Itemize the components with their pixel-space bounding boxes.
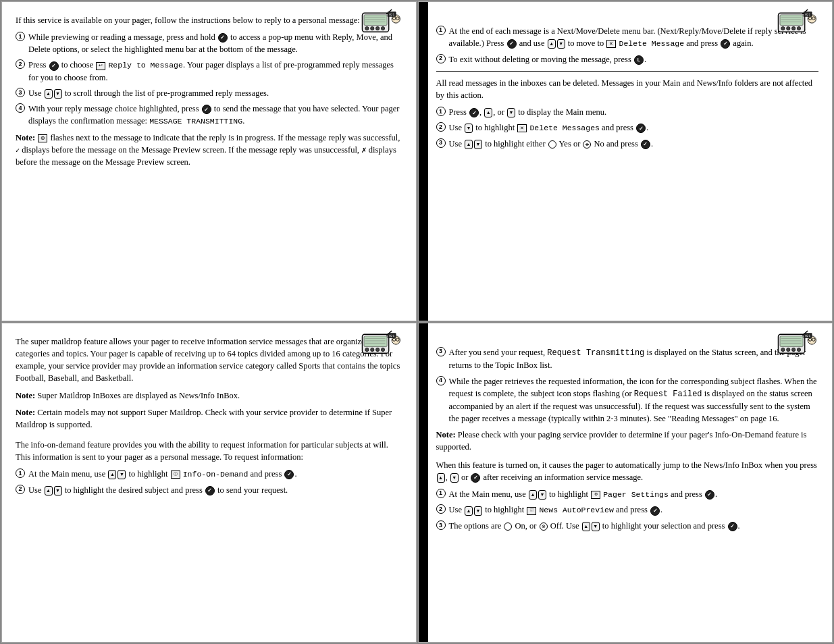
svg-text:021: 021: [805, 13, 810, 16]
tr2-item-3-text: Use ▲▼ to highlight either Yes or ⊗ No a…: [449, 138, 819, 150]
list-item: 2 Press ✓ to choose ↩ Reply to Message. …: [16, 59, 402, 84]
pager-settings-icon: ⚙: [591, 491, 600, 499]
check-button-icon: ✓: [636, 124, 646, 133]
scroll-up-icon: ▲: [45, 89, 53, 99]
list-num-2: 2: [16, 59, 25, 69]
scroll-up-icon: ▲: [45, 486, 53, 495]
list-item: 1 At the Main menu, use ▲▼ to highlight …: [436, 488, 819, 501]
note-label: Note:: [16, 133, 35, 142]
scroll-up-icon: ▲: [108, 470, 116, 479]
request-transmitting-mono: Request Transmitting: [547, 348, 644, 358]
tr2-item-2-text: Use ▼ to highlight ✕ Delete Messages and…: [449, 122, 819, 134]
panel-bottom-left: 021 The super maildrop feature allows yo…: [1, 323, 417, 643]
reply-mono-text: Reply to Message: [108, 61, 182, 70]
top-right-list-2: 1 Press ✓, ▲, or ▼ to display the Main m…: [436, 106, 819, 150]
reply-menu-icon: ↩: [96, 62, 105, 70]
svg-point-38: [370, 348, 373, 351]
transmitting-mono: MESSAGE TRANSMITTING: [149, 117, 242, 126]
list-num-1: 1: [16, 32, 25, 41]
list-item: 2 Use ▲▼ to highlight the desired subjec…: [16, 484, 402, 496]
pager-illustration-top-left: 021: [359, 7, 407, 47]
br-item-4-text: While the pager retrieves the requested …: [449, 375, 819, 425]
list-item: 1 Press ✓, ▲, or ▼ to display the Main m…: [436, 106, 819, 118]
list-item: 3 Use ▲▼ to scroll through the list of p…: [16, 87, 402, 99]
panel-bottom-right: 021 3 After you send your request, Reque…: [418, 323, 833, 643]
list-num-3: 3: [436, 347, 446, 356]
delete-message-mono: Delete Message: [619, 39, 684, 48]
list-num-2: 2: [16, 485, 25, 494]
pager-illustration-top-right: 021: [775, 7, 823, 47]
svg-point-22: [787, 26, 790, 30]
list-num-1: 1: [436, 489, 446, 498]
scroll-up-icon: ▲: [548, 39, 556, 49]
top-right-content: 1 At the end of each message is a Next/M…: [436, 14, 819, 150]
svg-point-23: [792, 26, 796, 30]
tr-divider-text: All read messages in the inboxes can be …: [436, 77, 819, 101]
l-button-icon: L: [634, 55, 644, 65]
svg-point-21: [781, 26, 785, 30]
off-circle-icon: ⊗: [540, 522, 548, 531]
check-button-icon: ✓: [705, 490, 714, 500]
br-auto-intro: When this feature is turned on, it cause…: [436, 459, 819, 483]
bl-intro2: The info-on-demand feature provides you …: [16, 439, 402, 463]
list-item: 3 Use ▲▼ to highlight either Yes or ⊗ No…: [436, 138, 819, 150]
br-sub-3-text: The options are On, or ⊗ Off. Use ▲▼ to …: [449, 520, 819, 532]
news-autopreview-mono: News AutoPreview: [539, 506, 613, 514]
bl-item-1-text: At the Main menu, use ▲▼ to highlight ⓘ …: [28, 468, 402, 481]
top-left-content: If this service is available on your pag…: [16, 14, 402, 168]
check-button-icon: ✓: [641, 140, 650, 149]
black-bar-bottom-right: [419, 323, 428, 642]
scroll-down-icon: ▼: [592, 522, 600, 531]
bl-item-2-text: Use ▲▼ to highlight the desired subject …: [28, 484, 402, 496]
svg-point-5: [365, 26, 368, 30]
svg-rect-33: [364, 336, 387, 347]
list-item: 3 After you send your request, Request T…: [436, 346, 819, 372]
list-item: 4 With your reply message choice highlig…: [16, 103, 402, 128]
bottom-left-list: 1 At the Main menu, use ▲▼ to highlight …: [16, 468, 402, 496]
bl-note1: Note: Super Maildrop InBoxes are display…: [16, 390, 402, 402]
svg-point-37: [365, 348, 368, 351]
svg-text:021: 021: [389, 13, 394, 16]
svg-point-39: [375, 348, 379, 351]
list-num-1: 1: [16, 468, 25, 478]
note-label-1: Note:: [16, 391, 35, 400]
bl-note2: Note: Certain models may not support Sup…: [16, 406, 402, 431]
scroll-up-icon: ▲: [529, 490, 537, 500]
item-2-text: Press ✓ to choose ↩ Reply to Message. Yo…: [28, 59, 402, 84]
check-button-icon: ✓: [728, 522, 737, 531]
signal-icon: ⊛: [38, 134, 47, 142]
divider: [436, 71, 819, 72]
br-note: Note: Please check with your paging serv…: [436, 429, 819, 453]
scroll-down-icon: ▼: [54, 486, 62, 495]
svg-point-53: [781, 348, 785, 351]
yes-circle-icon: [548, 140, 556, 149]
svg-point-24: [797, 26, 800, 30]
list-item: 1 While previewing or reading a message,…: [16, 31, 402, 55]
list-num-4: 4: [436, 376, 446, 385]
request-failed-mono: Request Failed: [634, 390, 702, 399]
scroll-icon: ▼: [507, 108, 515, 117]
top-left-list: 1 While previewing or reading a message,…: [16, 31, 402, 128]
bl-intro: The super maildrop feature allows your p…: [16, 336, 402, 385]
note-label: Note:: [436, 430, 456, 439]
page-grid: 021 If this service is available on your…: [0, 0, 834, 644]
br-sub-2-text: Use ▲▼ to highlight 📰 News AutoPreview a…: [449, 504, 819, 516]
check-button-icon: ✓: [218, 33, 228, 43]
svg-text:021: 021: [805, 334, 810, 338]
check-button-icon: ✓: [49, 61, 59, 71]
check-button-icon: ✓: [202, 105, 211, 114]
scroll-down-icon: ▼: [450, 473, 459, 483]
list-num-1: 1: [436, 26, 446, 35]
svg-point-6: [370, 26, 373, 30]
br-sub-list: 1 At the Main menu, use ▲▼ to highlight …: [436, 488, 819, 532]
svg-point-56: [797, 348, 800, 351]
scroll-down-icon: ▼: [118, 470, 126, 479]
check-button-icon: ✓: [650, 506, 660, 516]
scroll-down-icon: ▼: [474, 506, 482, 516]
scroll-up-icon: ▲: [465, 140, 473, 149]
tr-item-2-text: To exit without deleting or moving the m…: [449, 53, 819, 65]
list-item: 4 While the pager retrieves the requeste…: [436, 375, 819, 425]
svg-rect-49: [780, 336, 803, 347]
check-button-icon: ✓: [469, 108, 479, 117]
scroll-up-icon: ▲: [437, 473, 445, 483]
